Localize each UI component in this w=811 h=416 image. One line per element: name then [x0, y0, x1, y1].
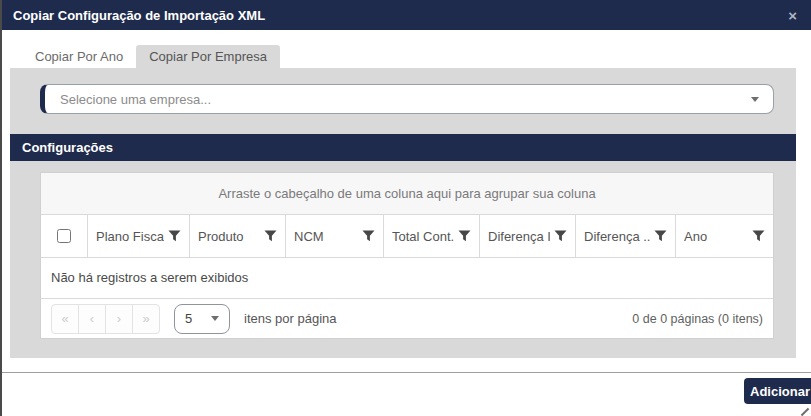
- tab-copiar-por-ano[interactable]: Copiar Por Ano: [22, 45, 136, 68]
- chevron-down-icon: [751, 97, 759, 102]
- grid-group-drop-zone[interactable]: Arraste o cabeçalho de uma coluna aqui p…: [41, 173, 773, 215]
- configuracoes-section-header: Configurações: [10, 134, 796, 161]
- page-size-label: itens por página: [244, 311, 337, 326]
- pager-summary: 0 de 0 páginas (0 itens): [632, 312, 763, 326]
- column-header-produto[interactable]: Produto: [190, 215, 286, 257]
- column-header-plano-fiscal[interactable]: Plano Fiscal: [88, 215, 190, 257]
- copy-xml-import-config-dialog: Copiar Configuração de Importação XML × …: [0, 0, 811, 416]
- column-header-diferenca[interactable]: Diferença ...: [576, 215, 676, 257]
- filter-icon[interactable]: [168, 230, 181, 242]
- dialog-header: Copiar Configuração de Importação XML ×: [0, 0, 811, 30]
- grid-empty-message: Não há registros a serem exibidos: [41, 258, 773, 298]
- pager-nav-group: « ‹ › »: [51, 304, 160, 334]
- filter-icon[interactable]: [362, 230, 375, 242]
- footer-divider: [2, 372, 811, 373]
- previous-page-button[interactable]: ‹: [78, 305, 105, 333]
- last-page-button[interactable]: »: [132, 305, 159, 333]
- filter-icon[interactable]: [458, 230, 471, 242]
- first-page-button[interactable]: «: [52, 305, 78, 333]
- filter-icon[interactable]: [264, 230, 277, 242]
- close-icon[interactable]: ×: [788, 8, 797, 23]
- filter-icon[interactable]: [554, 230, 567, 242]
- page-size-select[interactable]: 5: [174, 304, 230, 334]
- page-size-value: 5: [185, 311, 192, 326]
- dialog-title: Copiar Configuração de Importação XML: [13, 8, 265, 23]
- configuracoes-grid: Arraste o cabeçalho de uma coluna aqui p…: [40, 172, 774, 339]
- filter-icon[interactable]: [752, 230, 765, 242]
- filter-icon[interactable]: [654, 230, 667, 242]
- company-select-placeholder: Selecione uma empresa...: [60, 92, 751, 107]
- select-all-cell: [41, 215, 88, 257]
- column-header-ano[interactable]: Ano: [676, 215, 773, 257]
- tab-strip: Copiar Por Ano Copiar Por Empresa: [10, 45, 280, 68]
- grid-header-row: Plano Fiscal Produto NCM: [41, 215, 773, 258]
- tab-copiar-por-empresa[interactable]: Copiar Por Empresa: [136, 45, 280, 68]
- resize-grip-icon[interactable]: [801, 408, 809, 416]
- group-hint-text: Arraste o cabeçalho de uma coluna aqui p…: [218, 186, 595, 201]
- next-page-button[interactable]: ›: [105, 305, 132, 333]
- company-select[interactable]: Selecione uma empresa...: [40, 84, 774, 114]
- select-all-checkbox[interactable]: [57, 229, 71, 243]
- add-button[interactable]: Adicionar: [744, 378, 811, 404]
- tab-panel-copiar-por-empresa: Selecione uma empresa... Configurações A…: [10, 68, 796, 358]
- section-title: Configurações: [22, 140, 113, 155]
- column-header-diferenca-i[interactable]: Diferença I...: [480, 215, 576, 257]
- column-header-total-cont[interactable]: Total Cont...: [384, 215, 480, 257]
- chevron-down-icon: [211, 316, 219, 321]
- column-header-ncm[interactable]: NCM: [286, 215, 384, 257]
- grid-pager: « ‹ › » 5 itens por página 0 de 0 página…: [41, 298, 773, 338]
